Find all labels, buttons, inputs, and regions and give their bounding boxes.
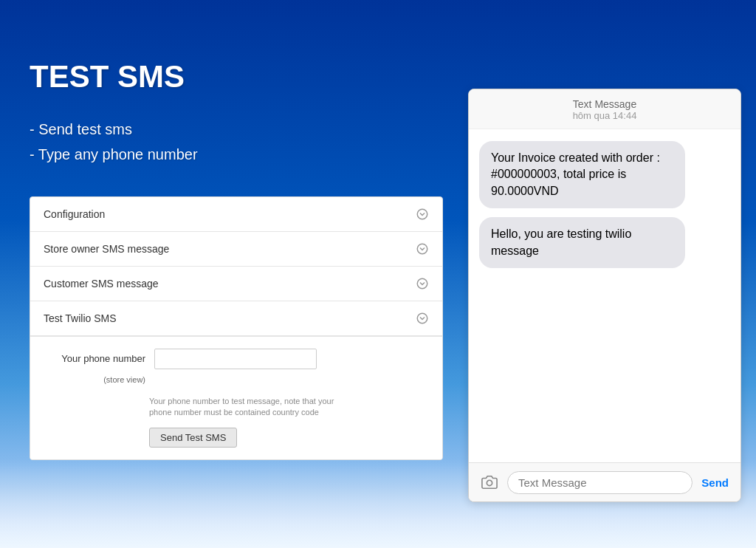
config-row-store-owner[interactable]: Store owner SMS message bbox=[30, 232, 442, 267]
page-title: TEST SMS bbox=[30, 59, 443, 95]
send-test-sms-button[interactable]: Send Test SMS bbox=[149, 428, 237, 448]
sms-message-1: Your Invoice created with order : #00000… bbox=[479, 141, 685, 208]
instructions: - Send test sms - Type any phone number bbox=[30, 117, 443, 167]
chevron-icon-test-twilio bbox=[416, 312, 429, 325]
sms-message-2: Hello, you are testing twilio message bbox=[479, 217, 685, 268]
sms-text-input[interactable] bbox=[507, 471, 693, 494]
left-panel: TEST SMS - Send test sms - Type any phon… bbox=[0, 0, 472, 548]
phone-number-row: Your phone number (store view) bbox=[44, 349, 429, 390]
svg-point-3 bbox=[417, 313, 427, 323]
config-row-label-configuration: Configuration bbox=[44, 208, 105, 220]
svg-point-4 bbox=[487, 480, 492, 485]
sms-send-button[interactable]: Send bbox=[698, 476, 732, 489]
instruction-line-2: - Type any phone number bbox=[30, 142, 443, 167]
sms-mockup-panel: Text Message hôm qua 14:44 Your Invoice … bbox=[468, 89, 741, 502]
sms-header-title: Text Message bbox=[481, 98, 729, 110]
phone-number-input[interactable] bbox=[154, 349, 317, 369]
chevron-icon-store-owner bbox=[416, 242, 429, 256]
svg-point-2 bbox=[417, 278, 427, 289]
svg-point-1 bbox=[417, 244, 427, 254]
camera-icon[interactable] bbox=[478, 470, 501, 494]
sms-input-row: Send bbox=[469, 462, 740, 501]
config-panel: Configuration Store owner SMS message Cu… bbox=[30, 196, 443, 460]
test-twilio-section: Your phone number (store view) Your phon… bbox=[30, 336, 442, 459]
config-row-label-test-twilio: Test Twilio SMS bbox=[44, 312, 117, 324]
config-row-customer[interactable]: Customer SMS message bbox=[30, 267, 442, 301]
phone-number-label: Your phone number (store view) bbox=[58, 349, 154, 390]
svg-point-0 bbox=[417, 209, 427, 219]
chevron-icon-customer bbox=[416, 277, 429, 290]
config-row-label-store-owner: Store owner SMS message bbox=[44, 243, 169, 255]
phone-help-text: Your phone number to test message, note … bbox=[149, 396, 356, 419]
config-row-configuration[interactable]: Configuration bbox=[30, 197, 442, 232]
sms-header: Text Message hôm qua 14:44 bbox=[469, 89, 740, 129]
instruction-line-1: - Send test sms bbox=[30, 117, 443, 142]
store-view-label: (store view) bbox=[58, 369, 145, 390]
config-row-test-twilio[interactable]: Test Twilio SMS bbox=[30, 301, 442, 336]
sms-header-time: hôm qua 14:44 bbox=[481, 110, 729, 121]
chevron-icon-configuration bbox=[416, 208, 429, 221]
config-row-label-customer: Customer SMS message bbox=[44, 278, 159, 290]
sms-messages-list: Your Invoice created with order : #00000… bbox=[469, 129, 740, 462]
